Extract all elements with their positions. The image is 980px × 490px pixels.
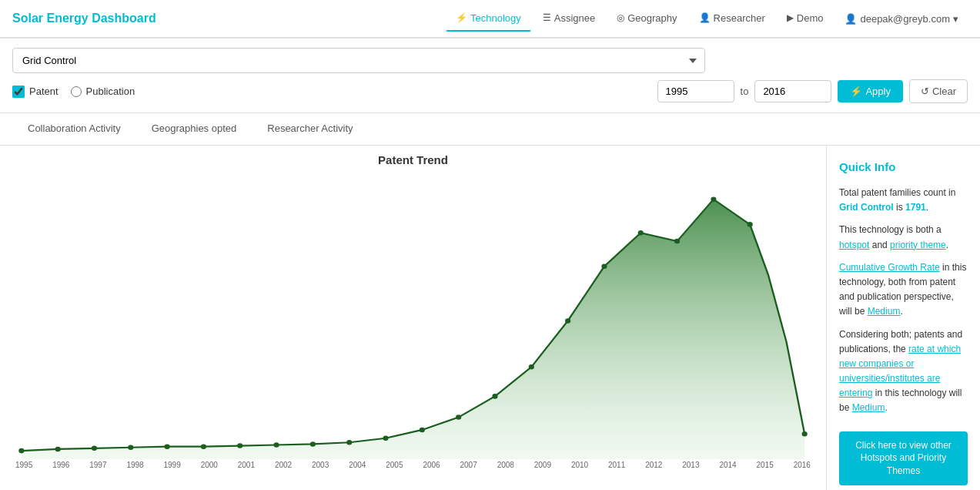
user-chevron-icon: ▾ (953, 13, 958, 25)
apply-label: Apply (865, 86, 891, 97)
nav-item-assignee[interactable]: ☰ Assignee (533, 6, 604, 32)
data-point-1996 (55, 447, 61, 452)
chart-area: Patent Trend (0, 146, 826, 490)
data-point-2010 (565, 318, 570, 324)
technology-icon: ⚡ (456, 12, 467, 23)
clear-icon: ↺ (921, 86, 929, 97)
patent-trend-chart (12, 174, 814, 459)
data-point-2000 (201, 444, 206, 449)
info-patent-count: Total patent families count in Grid Cont… (839, 186, 968, 215)
data-point-2016 (802, 431, 808, 437)
geography-icon: ◎ (617, 12, 624, 23)
data-point-2005 (383, 436, 388, 441)
data-point-2012 (638, 230, 644, 236)
user-menu[interactable]: 👤 deepak@greyb.com ▾ (835, 7, 968, 31)
tab-collaboration-label: Collaboration Activity (28, 123, 121, 134)
apply-button[interactable]: ⚡ Apply (838, 80, 903, 102)
clear-label: Clear (932, 86, 956, 97)
to-label: to (741, 86, 749, 97)
view-hotspots-button[interactable]: Click here to view other Hotspots and Pr… (839, 431, 968, 485)
priority-theme-link[interactable]: priority theme (890, 240, 946, 250)
hotspot-link[interactable]: hotspot (839, 240, 869, 250)
tab-geographies-label: Geographies opted (152, 123, 237, 134)
patent-checkbox[interactable] (12, 86, 25, 98)
data-point-2009 (529, 364, 534, 370)
researcher-icon: 👤 (699, 12, 711, 23)
patent-checkbox-label[interactable]: Patent (12, 86, 59, 98)
data-point-2013 (674, 239, 680, 244)
data-point-2006 (420, 428, 425, 433)
chart-container (12, 174, 814, 459)
data-point-2008 (492, 394, 497, 399)
tab-researcher-label: Researcher Activity (267, 123, 353, 134)
tab-researcher[interactable]: Researcher Activity (252, 113, 368, 145)
publication-radio-label[interactable]: Publication (71, 86, 135, 97)
nav-label-assignee: Assignee (554, 12, 595, 24)
nav-bar: ⚡ Technology ☰ Assignee ◎ Geography 👤 Re… (447, 6, 968, 32)
data-point-2014 (711, 196, 716, 202)
info-new-companies: Considering both; patents and publicatio… (839, 327, 968, 416)
demo-icon: ▶ (787, 12, 794, 23)
quick-info-title: Quick Info (839, 158, 968, 176)
data-point-2015 (748, 222, 753, 227)
user-icon: 👤 (845, 13, 857, 25)
medium-link-1[interactable]: Medium (868, 306, 901, 317)
nav-label-geography: Geography (627, 12, 677, 24)
nav-item-demo[interactable]: ▶ Demo (778, 6, 833, 32)
data-point-2007 (456, 414, 461, 420)
data-point-1999 (165, 444, 170, 449)
apply-icon: ⚡ (850, 86, 862, 97)
info-growth-rate: Cumulative Growth Rate in this technolog… (839, 260, 968, 320)
data-point-2004 (346, 440, 352, 445)
data-point-2011 (601, 263, 607, 269)
data-point-2001 (237, 443, 242, 448)
main-content: Patent Trend (0, 146, 980, 490)
data-point-1997 (92, 446, 97, 451)
patent-label: Patent (29, 86, 59, 97)
nav-item-geography[interactable]: ◎ Geography (607, 6, 686, 32)
info-hotspot: This technology is both a hotspot and pr… (839, 223, 968, 252)
chart-title: Patent Trend (12, 153, 814, 166)
data-point-1998 (128, 445, 133, 451)
tab-collaboration[interactable]: Collaboration Activity (12, 113, 136, 145)
app-title: Solar Energy Dashboard (12, 12, 156, 25)
nav-label-technology: Technology (470, 12, 521, 24)
medium-link-2[interactable]: Medium (852, 402, 885, 413)
nav-label-demo: Demo (797, 12, 824, 24)
tabs-bar: Collaboration Activity Geographies opted… (0, 113, 980, 146)
data-point-1995 (18, 448, 24, 454)
date-from-input[interactable] (657, 80, 734, 102)
growth-rate-link[interactable]: Cumulative Growth Rate (839, 262, 940, 273)
nav-item-researcher[interactable]: 👤 Researcher (690, 6, 774, 32)
filter-bar: Grid Control Patent Publication to ⚡ App… (0, 39, 980, 113)
user-email: deepak@greyb.com (860, 13, 950, 25)
x-axis-labels: 1995 1996 1997 1998 1999 2000 2001 2002 … (12, 461, 814, 469)
area-fill (22, 200, 804, 459)
technology-dropdown[interactable]: Grid Control (12, 48, 705, 73)
date-range: to ⚡ Apply ↺ Clear (657, 79, 968, 103)
data-point-2003 (310, 441, 316, 447)
tab-geographies[interactable]: Geographies opted (136, 113, 253, 145)
data-point-2002 (274, 442, 279, 448)
nav-label-researcher: Researcher (714, 12, 765, 24)
header: Solar Energy Dashboard ⚡ Technology ☰ As… (0, 0, 980, 39)
publication-radio[interactable] (71, 86, 82, 97)
clear-button[interactable]: ↺ Clear (909, 79, 968, 103)
publication-label: Publication (86, 86, 135, 97)
quick-info-panel: Quick Info Total patent families count i… (826, 146, 980, 490)
assignee-icon: ☰ (543, 12, 551, 23)
date-to-input[interactable] (754, 80, 831, 102)
nav-item-technology[interactable]: ⚡ Technology (447, 6, 530, 32)
